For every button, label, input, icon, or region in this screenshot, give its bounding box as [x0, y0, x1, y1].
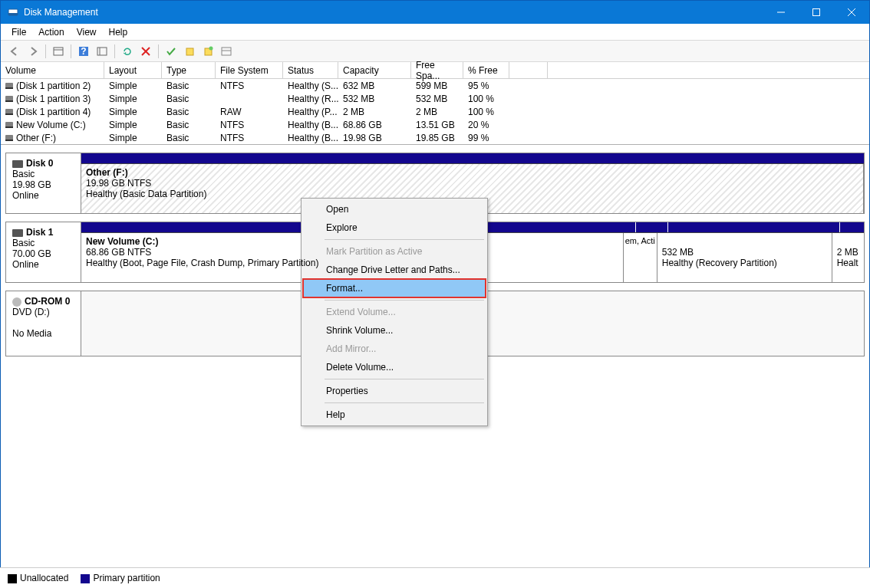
- partition-system[interactable]: em, Active, Primary Partition): [624, 233, 657, 282]
- separator: [45, 44, 46, 58]
- context-menu-separator: [325, 300, 484, 301]
- delete-icon[interactable]: [138, 44, 153, 59]
- col-freespace[interactable]: Free Spa...: [411, 62, 463, 78]
- svg-rect-6: [54, 48, 63, 55]
- disk-info[interactable]: Disk 0 Basic 19.98 GB Online: [6, 153, 81, 213]
- close-button[interactable]: [834, 1, 869, 24]
- partition-header-bar: [81, 153, 864, 164]
- disk-icon: [12, 229, 23, 237]
- settings-icon[interactable]: [94, 44, 110, 59]
- separator: [71, 44, 71, 58]
- partition-recovery[interactable]: 532 MB Healthy (Recovery Partition): [657, 233, 832, 282]
- col-capacity[interactable]: Capacity: [338, 62, 411, 78]
- drive-icon: [5, 122, 13, 128]
- context-menu-separator: [325, 402, 484, 403]
- volume-row[interactable]: New Volume (C:)SimpleBasicNTFSHealthy (B…: [1, 118, 869, 131]
- col-type[interactable]: Type: [162, 62, 216, 78]
- volume-row[interactable]: Other (F:)SimpleBasicNTFSHealthy (B...19…: [1, 131, 869, 144]
- window-titlebar: Disk Management: [1, 1, 869, 24]
- new-volume-icon[interactable]: [200, 44, 216, 59]
- refresh-icon[interactable]: [120, 44, 135, 59]
- drive-icon: [5, 109, 13, 115]
- app-icon: [7, 6, 19, 18]
- context-menu-item-help[interactable]: Help: [303, 406, 486, 424]
- svg-rect-3: [813, 9, 820, 16]
- svg-text:?: ?: [81, 46, 86, 57]
- context-menu-item-extend-volume: Extend Volume...: [303, 303, 486, 321]
- svg-rect-10: [97, 48, 107, 55]
- cdrom-icon: [12, 297, 21, 307]
- volume-row[interactable]: (Disk 1 partition 4)SimpleBasicRAWHealth…: [1, 105, 869, 118]
- context-menu-item-properties[interactable]: Properties: [303, 382, 486, 400]
- volume-list[interactable]: Volume Layout Type File System Status Ca…: [1, 62, 869, 145]
- legend-unallocated: Unallocated: [8, 573, 68, 583]
- menu-file[interactable]: File: [5, 25, 32, 39]
- col-pctfree[interactable]: % Free: [463, 62, 509, 78]
- check-icon[interactable]: [163, 44, 179, 59]
- separator: [114, 44, 115, 58]
- context-menu-item-add-mirror: Add Mirror...: [303, 340, 486, 358]
- properties-icon[interactable]: [219, 44, 234, 59]
- volume-row[interactable]: (Disk 1 partition 2)SimpleBasicNTFSHealt…: [1, 79, 869, 92]
- menu-action[interactable]: Action: [32, 25, 70, 39]
- context-menu-separator: [325, 379, 484, 379]
- svg-point-16: [209, 46, 213, 50]
- legend-primary: Primary partition: [81, 573, 160, 583]
- col-layout[interactable]: Layout: [104, 62, 162, 78]
- show-hide-tree-icon[interactable]: [51, 44, 66, 59]
- context-menu: OpenExploreMark Partition as ActiveChang…: [301, 198, 488, 426]
- disk-info[interactable]: CD-ROM 0 DVD (D:) No Media: [6, 291, 81, 356]
- legend: Unallocated Primary partition: [0, 567, 870, 588]
- col-empty[interactable]: [509, 62, 548, 78]
- disk-info[interactable]: Disk 1 Basic 70.00 GB Online: [6, 222, 81, 282]
- context-menu-item-explore[interactable]: Explore: [303, 218, 486, 237]
- col-status[interactable]: Status: [283, 62, 338, 78]
- svg-rect-17: [222, 48, 231, 55]
- context-menu-item-open[interactable]: Open: [303, 200, 486, 218]
- drive-icon: [5, 96, 13, 102]
- drive-icon: [5, 135, 13, 141]
- minimize-button[interactable]: [763, 1, 799, 24]
- drive-icon: [5, 83, 13, 89]
- menu-help[interactable]: Help: [103, 25, 134, 39]
- context-menu-item-shrink-volume[interactable]: Shrink Volume...: [303, 321, 486, 340]
- maximize-button[interactable]: [799, 1, 834, 24]
- context-menu-item-delete-volume[interactable]: Delete Volume...: [303, 358, 486, 376]
- add-partition-icon[interactable]: [182, 44, 197, 59]
- separator: [158, 44, 159, 58]
- volume-row[interactable]: (Disk 1 partition 3)SimpleBasicHealthy (…: [1, 92, 869, 105]
- window-title: Disk Management: [24, 7, 763, 18]
- menubar: File Action View Help: [1, 24, 869, 41]
- partition-2mb[interactable]: 2 MB Healt: [832, 233, 864, 282]
- back-icon[interactable]: [7, 44, 22, 59]
- col-filesystem[interactable]: File System: [216, 62, 283, 78]
- forward-icon[interactable]: [25, 44, 41, 59]
- context-menu-item-format[interactable]: Format...: [302, 278, 486, 298]
- disk-icon: [12, 160, 23, 168]
- volume-list-header[interactable]: Volume Layout Type File System Status Ca…: [1, 62, 869, 79]
- svg-rect-14: [186, 48, 193, 55]
- col-volume[interactable]: Volume: [1, 62, 104, 78]
- menu-view[interactable]: View: [71, 25, 103, 39]
- svg-rect-1: [8, 13, 18, 15]
- help-icon[interactable]: ?: [76, 44, 91, 59]
